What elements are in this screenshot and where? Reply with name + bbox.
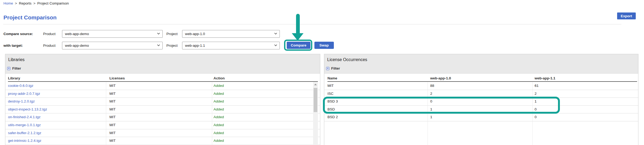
export-button[interactable]: Export (617, 12, 636, 19)
action-cell: Added (214, 106, 224, 113)
library-link[interactable]: destroy-1.2.0.tgz (8, 98, 35, 105)
table-row: on-finished-2.4.1.tgz MIT Added (5, 113, 320, 121)
up-arrow-icon (314, 84, 317, 85)
library-link[interactable]: safer-buffer-2.1.2.tgz (8, 129, 41, 137)
breadcrumb-separator: > (33, 1, 35, 6)
compare-source-label: Compare source: (3, 30, 33, 38)
library-link[interactable]: utils-merge-1.0.1.tgz (8, 121, 41, 129)
libraries-panel: Libraries + Filter Library Licenses Acti… (5, 54, 320, 145)
swap-button[interactable]: Swap (314, 42, 334, 49)
expand-plus-icon[interactable]: + (7, 67, 10, 70)
action-cell: Added (214, 82, 224, 90)
license-panel-title: License Occurrences (327, 57, 367, 62)
source-product-value: web-app-demo (65, 32, 89, 36)
action-cell: Added (214, 137, 224, 145)
target-product-select[interactable]: web-app-demo (62, 42, 163, 49)
license-filter-label: Filter (331, 66, 340, 70)
column-header-licenses: Licenses (109, 76, 125, 80)
licenses-cell: MIT (109, 113, 116, 121)
target-count-cell: 2 (535, 90, 537, 98)
breadcrumb-home[interactable]: Home (3, 1, 13, 6)
compare-button-highlight-outline (284, 40, 312, 51)
licenses-cell: MIT (109, 106, 116, 113)
column-header-web-app-1-0: web-app-1.0 (430, 76, 451, 80)
table-row: BSD 2 1 0 (324, 113, 638, 121)
target-count-cell: 61 (535, 82, 539, 90)
source-project-value: web-app-1.0 (185, 32, 205, 36)
page-title: Project Comparison (3, 14, 57, 21)
column-header-web-app-1-1: web-app-1.1 (535, 76, 555, 80)
column-header-library: Library (8, 76, 20, 80)
action-cell: Added (214, 113, 224, 121)
chevron-down-icon (274, 33, 277, 35)
licenses-cell: MIT (109, 90, 116, 98)
source-project-label: Project (166, 30, 178, 38)
action-cell: Added (214, 98, 224, 105)
license-name-cell: BSD 2 (327, 113, 338, 121)
source-count-cell: 1 (430, 113, 432, 121)
source-product-label: Product (43, 30, 56, 38)
library-link[interactable]: cookie-0.6.0.tgz (8, 82, 33, 90)
licenses-cell: MIT (109, 129, 116, 137)
header-underline (8, 81, 318, 82)
action-cell: Added (214, 129, 224, 137)
table-row: safer-buffer-2.1.2.tgz MIT Added (5, 129, 320, 137)
scrollbar-thumb[interactable] (314, 88, 317, 112)
target-project-select[interactable]: web-app-1.1 (182, 42, 280, 49)
source-product-select[interactable]: web-app-demo (62, 30, 163, 38)
license-panel-header: License Occurrences + Filter (324, 54, 638, 74)
table-row: cookie-0.6.0.tgz MIT Added (5, 82, 320, 90)
library-link[interactable]: on-finished-2.4.1.tgz (8, 113, 40, 121)
licenses-cell: MIT (109, 121, 116, 129)
licenses-cell: MIT (109, 82, 116, 90)
header-underline (327, 81, 637, 82)
chevron-down-icon (274, 44, 277, 46)
table-row: get-intrinsic-1.2.4.tgz MIT Added (5, 137, 320, 145)
target-product-value: web-app-demo (65, 44, 89, 48)
breadcrumb-current: Project Comparison (37, 1, 69, 6)
license-filter-expander[interactable]: + Filter (326, 66, 340, 70)
library-link[interactable]: get-intrinsic-1.2.4.tgz (8, 137, 41, 145)
source-count-cell: 2 (430, 90, 432, 98)
target-project-label: Project (166, 42, 178, 49)
libraries-panel-header: Libraries + Filter (5, 54, 320, 74)
table-row: MIT 88 61 (324, 82, 638, 90)
annotation-arrow-shaft (296, 14, 300, 34)
action-cell: Added (214, 121, 224, 129)
title-divider (3, 24, 621, 24)
action-cell: Added (214, 90, 224, 98)
license-name-cell: ISC (327, 90, 334, 98)
table-row: utils-merge-1.0.1.tgz MIT Added (5, 121, 320, 129)
with-target-label: with target: (3, 42, 23, 49)
source-project-select[interactable]: web-app-1.0 (182, 30, 280, 38)
expand-plus-icon[interactable]: + (326, 67, 329, 70)
library-link[interactable]: proxy-addr-2.0.7.tgz (8, 90, 40, 98)
licenses-cell: MIT (109, 98, 116, 105)
vertical-scrollbar[interactable] (313, 82, 318, 145)
licenses-cell: MIT (109, 137, 116, 145)
libraries-panel-title: Libraries (8, 57, 24, 62)
libraries-filter-expander[interactable]: + Filter (7, 66, 21, 70)
annotation-arrow-head-icon (292, 33, 303, 41)
libraries-filter-label: Filter (12, 66, 21, 70)
breadcrumb-reports[interactable]: Reports (19, 1, 31, 6)
column-header-name: Name (327, 76, 337, 80)
column-header-action: Action (214, 76, 225, 80)
target-project-value: web-app-1.1 (185, 44, 205, 48)
library-link[interactable]: object-inspect-1.13.2.tgz (8, 106, 47, 113)
source-count-cell: 88 (430, 82, 434, 90)
breadcrumb: Home > Reports > Project Comparison (3, 1, 69, 6)
license-rows-highlight-box (323, 97, 560, 114)
target-product-label: Product (43, 42, 56, 49)
breadcrumb-separator: > (15, 1, 17, 6)
project-comparison-page: Home > Reports > Project Comparison Proj… (0, 0, 644, 145)
table-row: destroy-1.2.0.tgz MIT Added (5, 98, 320, 106)
table-row: proxy-addr-2.0.7.tgz MIT Added (5, 90, 320, 98)
license-name-cell: MIT (327, 82, 334, 90)
chevron-down-icon (157, 33, 160, 35)
libraries-table-body: cookie-0.6.0.tgz MIT Added proxy-addr-2.… (5, 82, 320, 145)
table-row: object-inspect-1.13.2.tgz MIT Added (5, 106, 320, 114)
scrollbar-up-button[interactable] (313, 82, 318, 86)
chevron-down-icon (157, 44, 160, 46)
target-count-cell: 0 (535, 113, 537, 121)
